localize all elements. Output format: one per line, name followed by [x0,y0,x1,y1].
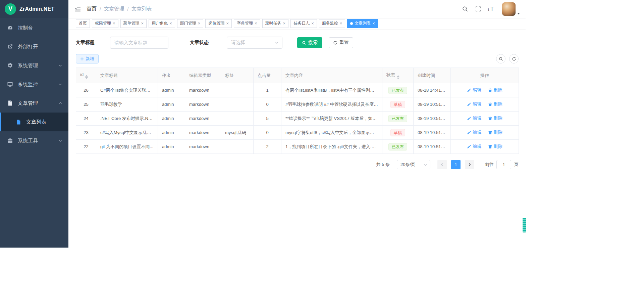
close-icon[interactable]: × [283,21,286,26]
sidebar: V ZrAdmin.NET 控制台 外部打开 系统管理 [0,0,68,248]
edit-button[interactable]: 编辑 [467,129,481,135]
toolbox-icon [7,137,13,144]
app-logo[interactable]: V ZrAdmin.NET [0,0,68,18]
sidebar-item-system-tools[interactable]: 系统工具 [0,131,68,150]
sort-icon[interactable] [85,75,88,79]
scrollbar-thumb[interactable] [523,218,526,232]
prev-page-button[interactable] [437,160,447,169]
close-icon[interactable]: × [340,21,342,26]
delete-button[interactable]: 删除 [488,129,502,135]
edit-button[interactable]: 编辑 [467,115,481,121]
tab-article-list[interactable]: 文章列表× [347,19,378,28]
tab-cron-task[interactable]: 定时任务× [262,19,289,28]
tab-label: 服务监控 [322,20,338,26]
cell-clicks: 5 [254,112,281,126]
article-status-select[interactable]: 请选择 [227,37,282,49]
cell-title: .NET Core 发布时提示.NET... [96,112,158,126]
next-page-button[interactable] [465,160,474,169]
search-button[interactable]: 搜索 [297,37,322,48]
tab-home[interactable]: 首页 [76,19,90,28]
close-icon[interactable]: × [198,21,201,26]
close-icon[interactable]: × [255,21,257,26]
cell-created: 08-19 10:51:25 [414,126,451,140]
refresh-table-button[interactable] [509,54,519,63]
col-header-label: 状态 [386,72,395,77]
pagination-total: 共 5 条 [376,162,390,168]
tab-permission-manage[interactable]: 权限管理× [92,19,118,28]
table-header-row: id 文章标题 作者 编辑器类型 标签 点击量 文章内容 状态 创建时间 操作 [76,68,519,83]
breadcrumb-item-article-list[interactable]: 文章列表 [131,6,152,12]
close-icon[interactable]: × [226,21,229,26]
col-header-status[interactable]: 状态 [382,68,414,83]
cell-editor: markdown [185,83,221,97]
monitor-icon [7,81,13,88]
trash-icon [488,116,492,121]
edit-button[interactable]: 编辑 [467,143,481,149]
sidebar-item-article-list[interactable]: 文章列表 [0,113,68,131]
font-size-icon[interactable]: tT [488,6,495,12]
toggle-search-button[interactable] [496,54,505,63]
edit-label: 编辑 [473,87,481,93]
edit-button[interactable]: 编辑 [467,87,481,93]
sort-icon[interactable] [397,75,399,79]
close-icon[interactable]: × [113,21,115,26]
page-content: 文章标题 文章状态 请选择 搜索 [68,29,526,248]
cell-content: 有两个list,listA 和listB，listA中有三个属性列为St... [281,83,382,97]
refresh-icon [333,41,337,45]
reset-button[interactable]: 重置 [329,37,353,48]
page-number-1[interactable]: 1 [451,160,461,169]
tab-server-monitor[interactable]: 服务监控× [319,19,345,28]
article-title-input[interactable] [110,37,168,49]
breadcrumb-separator: / [100,6,101,12]
col-header-title: 文章标题 [96,68,158,83]
main-area: 首页 / 文章管理 / 文章列表 tT [68,0,526,248]
delete-label: 删除 [494,143,502,149]
page-size-value: 20条/页 [400,162,415,168]
col-header-id[interactable]: id [76,68,96,83]
edit-button[interactable]: 编辑 [467,101,481,107]
edit-label: 编辑 [473,115,481,121]
cell-actions: 编辑 删除 [451,112,519,126]
tab-label: 任务日志 [293,20,310,26]
delete-button[interactable]: 删除 [488,101,502,107]
add-button[interactable]: 新增 [76,54,99,63]
goto-label: 前往 [485,162,494,168]
sidebar-item-system-monitor[interactable]: 系统监控 [0,75,68,94]
edit-label: 编辑 [473,143,481,149]
tab-dept-manage[interactable]: 部门管理× [177,19,204,28]
col-header-author: 作者 [158,68,185,83]
sidebar-item-system-manage[interactable]: 系统管理 [0,56,68,75]
sidebar-item-article-manage[interactable]: 文章管理 [0,94,68,113]
page-size-select[interactable]: 20条/页 [397,160,430,169]
search-icon[interactable] [462,6,468,12]
close-icon[interactable]: × [169,21,172,26]
status-badge: 已发布 [388,143,407,150]
goto-page-input[interactable] [496,160,511,169]
user-menu[interactable] [502,2,520,16]
close-icon[interactable]: × [141,21,144,26]
refresh-icon [512,57,516,61]
tab-menu-manage[interactable]: 菜单管理× [120,19,147,28]
close-icon[interactable]: × [372,21,375,26]
sidebar-item-console[interactable]: 控制台 [0,18,68,37]
tab-user-role[interactable]: 用户角色× [149,19,175,28]
table-row: 22 git 为不同的项目设置不同... admin markdown 2 1，… [76,140,519,154]
breadcrumb-item-article-manage[interactable]: 文章管理 [104,6,124,12]
sidebar-toggle-icon[interactable] [74,6,81,12]
delete-button[interactable]: 删除 [488,87,502,93]
delete-button[interactable]: 删除 [488,115,502,121]
cell-author: admin [158,83,185,97]
fullscreen-icon[interactable] [475,6,481,12]
tab-task-log[interactable]: 任务日志× [290,19,317,28]
delete-button[interactable]: 删除 [488,143,502,149]
tab-post-manage[interactable]: 岗位管理× [205,19,232,28]
close-icon[interactable]: × [311,21,314,26]
tab-dict-manage[interactable]: 字典管理× [234,19,260,28]
cell-created: 08-18 14:41:36 [414,83,451,97]
chevron-down-icon [58,82,62,86]
cell-title: git 为不同的项目设置不同... [96,140,158,154]
cell-id: 23 [76,126,96,140]
breadcrumb-item-home[interactable]: 首页 [87,6,97,12]
avatar[interactable] [502,2,516,16]
sidebar-item-external-open[interactable]: 外部打开 [0,37,68,56]
